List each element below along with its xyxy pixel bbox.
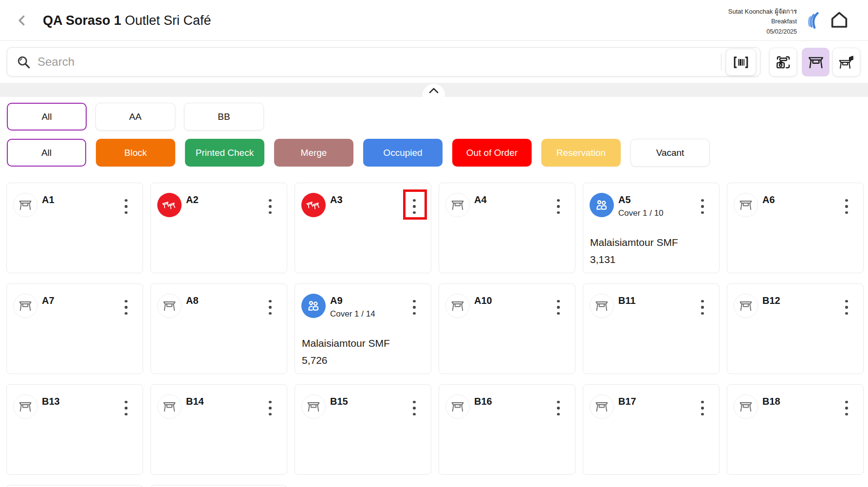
kebab-menu-button[interactable] [407,296,422,319]
table-card-b18[interactable]: B18 [727,384,864,475]
table-name: B18 [762,396,780,407]
search-bar [7,47,760,76]
section-filter-aa[interactable]: AA [95,103,175,131]
table-card-partial [150,485,287,487]
kebab-menu-button[interactable] [119,396,133,420]
kebab-menu-button[interactable] [407,396,422,420]
home-button[interactable] [828,9,850,31]
table-name: A7 [42,295,55,306]
table-card-a3[interactable]: A3 [295,183,431,273]
chevron-up-icon [428,87,440,94]
merged-tables-icon [157,193,182,217]
table-card-a5[interactable]: A5 Cover 1 / 10 Malaisiamtour SMF 3,131 [583,183,720,273]
table-name: A9 [330,295,343,306]
kebab-menu-button[interactable] [839,296,854,319]
collapse-panel-button[interactable] [423,84,445,106]
table-card-b14[interactable]: B14 [150,384,287,475]
camera-scan-button[interactable] [769,48,797,76]
table-card-b15[interactable]: B15 [295,384,431,475]
table-card-a2[interactable]: A2 [150,183,287,273]
table-card-a7[interactable]: A7 [6,283,143,374]
table-card-b17[interactable]: B17 [583,384,720,475]
table-card-b16[interactable]: B16 [439,384,575,475]
table-name: B15 [330,396,348,407]
app-header: QA Soraso 1 Outlet Sri Café Sutat Koonch… [0,0,868,41]
section-filter-all[interactable]: All [7,103,87,131]
merged-tables-icon [301,193,326,217]
status-filter-printed-check[interactable]: Printed Check [185,139,264,167]
table-name: A5 [618,194,631,206]
section-filter-row: AllAABB [7,103,264,131]
table-name: A8 [186,295,199,306]
kebab-menu-button[interactable] [263,396,277,420]
camera-scan-icon [775,54,792,71]
meal-period: Breakfast [728,17,797,27]
table-card-a10[interactable]: A10 [439,283,575,374]
table-chair-view-button[interactable] [832,48,860,76]
back-chevron-icon [15,12,29,29]
status-filter-all[interactable]: All [7,139,86,167]
back-button[interactable] [13,11,31,30]
table-name: B16 [474,396,492,407]
kebab-menu-button[interactable] [695,296,710,319]
table-icon [13,193,37,217]
search-input[interactable] [37,51,709,73]
table-name: A3 [330,194,343,206]
kebab-menu-button[interactable] [263,195,277,218]
kebab-menu-button[interactable] [119,195,133,218]
table-card-b12[interactable]: B12 [727,283,864,374]
kebab-menu-button[interactable] [119,296,133,319]
table-card-b13[interactable]: B13 [6,384,143,475]
kebab-menu-button[interactable] [551,296,566,319]
kebab-menu-button[interactable] [839,195,854,218]
table-name: B17 [618,396,636,407]
table-name: A2 [186,194,199,206]
outlet-name: Outlet Sri Café [121,13,211,28]
check-amount: 3,131 [590,254,616,265]
table-icon [157,294,182,318]
section-filter-bb[interactable]: BB [184,103,264,131]
status-filter-occupied[interactable]: Occupied [363,139,443,167]
kebab-menu-button[interactable] [263,296,277,319]
status-filter-merge[interactable]: Merge [274,139,353,167]
status-filter-block[interactable]: Block [96,139,175,167]
table-card-a9[interactable]: A9 Cover 1 / 14 Malaisiamtour SMF 5,726 [295,283,431,374]
table-name: A1 [42,194,55,206]
table-card-a1[interactable]: A1 [6,183,143,273]
user-name: Sutat Koonchak ผู้จัดการ [728,6,797,17]
table-card-a6[interactable]: A6 [727,183,864,273]
kebab-menu-button[interactable] [551,195,566,218]
kebab-menu-button[interactable] [695,396,710,420]
table-name: B14 [186,396,204,407]
table-card-a4[interactable]: A4 [439,183,575,273]
status-filter-reservation[interactable]: Reservation [541,139,621,167]
table-name: A4 [474,194,487,206]
guest-party-icon [301,294,326,318]
outlet-code: QA Soraso 1 [43,13,121,28]
table-card-partial [6,485,143,487]
page-title: QA Soraso 1 Outlet Sri Café [43,12,211,29]
kebab-menu-button[interactable] [839,396,854,420]
search-icon [16,55,31,70]
table-name: A6 [762,194,775,206]
table-view-button[interactable] [802,48,830,76]
table-name: A10 [474,295,492,306]
search-divider [721,54,721,70]
table-card-a8[interactable]: A8 [150,283,287,374]
status-filter-out-of-order[interactable]: Out of Order [452,139,532,167]
table-cover-count: Cover 1 / 10 [618,208,664,218]
kebab-menu-button[interactable] [551,396,566,420]
table-icon [734,193,758,217]
table-cards-grid: A1 A2 [6,183,864,487]
session-info: Sutat Koonchak ผู้จัดการ Breakfast 05/02… [728,6,797,37]
annotation-highlight-box [403,189,427,220]
table-icon [734,394,758,419]
table-view-icon [807,54,825,71]
table-card-b11[interactable]: B11 [583,283,720,374]
table-icon [301,394,326,419]
status-filter-vacant[interactable]: Vacant [630,139,710,167]
table-cover-count: Cover 1 / 14 [330,309,375,319]
kebab-menu-button[interactable] [695,195,710,218]
barcode-scan-button[interactable] [726,49,756,75]
table-icon [445,394,470,419]
